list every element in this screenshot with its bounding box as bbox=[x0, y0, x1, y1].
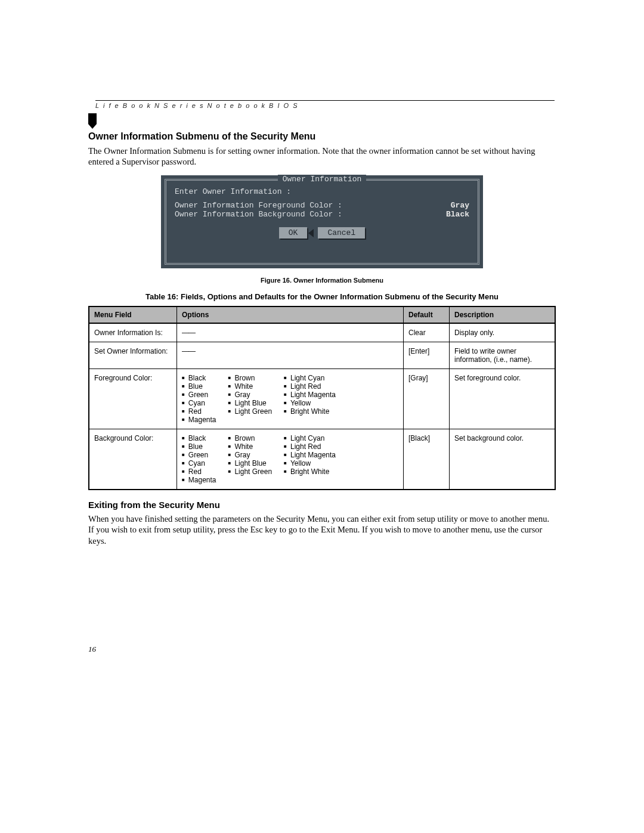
svg-marker-0 bbox=[88, 113, 97, 129]
bios-enter-owner-label: Enter Owner Information : bbox=[175, 187, 469, 196]
option-item: Magenta bbox=[182, 416, 216, 424]
option-item: Light Green bbox=[228, 407, 273, 416]
cell-menu-field: Owner Information Is: bbox=[89, 323, 177, 342]
table-row: Foreground Color:BlackBlueGreenCyanRedMa… bbox=[89, 369, 555, 429]
option-item: Cyan bbox=[182, 399, 216, 407]
option-item: Light Red bbox=[284, 442, 336, 451]
option-item: Yellow bbox=[284, 459, 336, 467]
running-head-text: L i f e B o o k N S e r i e s N o t e b … bbox=[95, 101, 555, 109]
cell-description: Set background color. bbox=[450, 429, 556, 490]
option-item: Red bbox=[182, 467, 216, 476]
cell-description: Field to write owner information, (i.e.,… bbox=[450, 342, 556, 369]
section-heading-owner-info: Owner Information Submenu of the Securit… bbox=[88, 131, 556, 142]
running-head-rule: L i f e B o o k N S e r i e s N o t e b … bbox=[95, 100, 555, 109]
option-item: Black bbox=[182, 374, 216, 382]
option-item: Light Blue bbox=[228, 459, 273, 467]
bios-cancel-label: Cancel bbox=[327, 228, 355, 237]
bios-bg-color-label: Owner Information Background Color : bbox=[175, 210, 342, 219]
option-item: Green bbox=[182, 391, 216, 399]
cell-options: —— bbox=[177, 323, 404, 342]
fields-table: Menu Field Options Default Description O… bbox=[88, 306, 556, 490]
option-item: Red bbox=[182, 407, 216, 416]
cell-default: [Black] bbox=[404, 429, 450, 490]
cell-default: [Enter] bbox=[404, 342, 450, 369]
option-item: Gray bbox=[228, 391, 273, 399]
option-item: Blue bbox=[182, 442, 216, 451]
option-item: Black bbox=[182, 434, 216, 442]
option-item: Bright White bbox=[284, 407, 336, 416]
option-item: Light Blue bbox=[228, 399, 273, 407]
table-caption: Table 16: Fields, Options and Defaults f… bbox=[88, 292, 556, 301]
figure-caption: Figure 16. Owner Information Submenu bbox=[88, 277, 556, 284]
section-body-exiting: When you have finished setting the param… bbox=[88, 513, 556, 546]
cell-default: [Gray] bbox=[404, 369, 450, 429]
table-header-row: Menu Field Options Default Description bbox=[89, 306, 555, 323]
option-item: Yellow bbox=[284, 399, 336, 407]
option-item: Light Magenta bbox=[284, 391, 336, 399]
option-item: Blue bbox=[182, 382, 216, 391]
th-description: Description bbox=[450, 306, 556, 323]
option-item: Light Cyan bbox=[284, 434, 336, 442]
table-row: Set Owner Information:——[Enter]Field to … bbox=[89, 342, 555, 369]
bios-ok-label: OK bbox=[289, 228, 298, 237]
bios-cancel-button[interactable]: Cancel bbox=[318, 227, 365, 239]
cell-menu-field: Background Color: bbox=[89, 429, 177, 490]
bios-fg-color-label: Owner Information Foreground Color : bbox=[175, 201, 342, 210]
cell-menu-field: Set Owner Information: bbox=[89, 342, 177, 369]
table-row: Background Color:BlackBlueGreenCyanRedMa… bbox=[89, 429, 555, 490]
option-item: Cyan bbox=[182, 459, 216, 467]
cell-menu-field: Foreground Color: bbox=[89, 369, 177, 429]
section-body-owner-info: The Owner Information Submenu is for set… bbox=[88, 145, 556, 167]
cell-options: —— bbox=[177, 342, 404, 369]
option-item: Brown bbox=[228, 434, 273, 442]
option-item: White bbox=[228, 442, 273, 451]
option-item: Light Cyan bbox=[284, 374, 336, 382]
option-item: Gray bbox=[228, 451, 273, 459]
option-item: Magenta bbox=[182, 476, 216, 484]
page-content: Owner Information Submenu of the Securit… bbox=[88, 131, 556, 555]
cell-default: Clear bbox=[404, 323, 450, 342]
option-item: Bright White bbox=[284, 467, 336, 476]
table-row: Owner Information Is:——ClearDisplay only… bbox=[89, 323, 555, 342]
section-heading-exiting: Exiting from the Security Menu bbox=[88, 500, 556, 510]
cell-options: BlackBlueGreenCyanRedMagentaBrownWhiteGr… bbox=[177, 429, 404, 490]
th-menu-field: Menu Field bbox=[89, 306, 177, 323]
th-options: Options bbox=[177, 306, 404, 323]
bios-panel-title: Owner Information bbox=[278, 175, 367, 184]
cell-description: Display only. bbox=[450, 323, 556, 342]
th-default: Default bbox=[404, 306, 450, 323]
option-item: Light Red bbox=[284, 382, 336, 391]
bios-bg-color-value: Black bbox=[446, 210, 469, 219]
cell-description: Set foreground color. bbox=[450, 369, 556, 429]
option-item: White bbox=[228, 382, 273, 391]
bios-ok-button[interactable]: OK bbox=[279, 227, 308, 239]
page-number: 16 bbox=[88, 645, 96, 654]
bios-fg-color-value: Gray bbox=[451, 201, 469, 210]
bios-screenshot: Owner Information Enter Owner Informatio… bbox=[161, 175, 483, 268]
option-item: Green bbox=[182, 451, 216, 459]
option-item: Brown bbox=[228, 374, 273, 382]
option-item: Light Magenta bbox=[284, 451, 336, 459]
option-item: Light Green bbox=[228, 467, 273, 476]
cell-options: BlackBlueGreenCyanRedMagentaBrownWhiteGr… bbox=[177, 369, 404, 429]
document-page: L i f e B o o k N S e r i e s N o t e b … bbox=[0, 0, 644, 833]
